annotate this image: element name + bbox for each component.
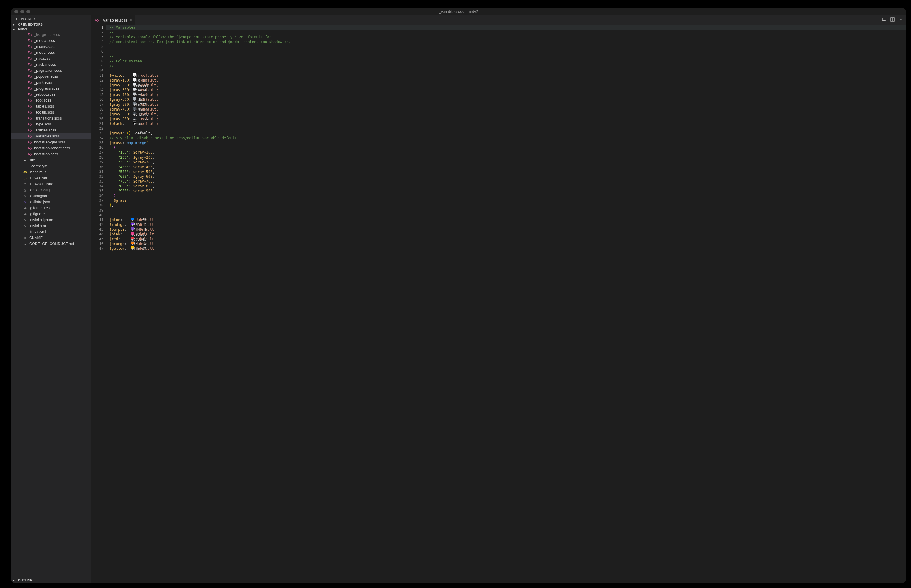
file-item[interactable]: _pagination.scss [11,68,91,73]
file-item[interactable]: _modal.scss [11,50,91,56]
code-line[interactable]: $grays: () !default; [107,131,405,136]
code-line[interactable]: $red: #dc3545 !default; [107,237,405,241]
file-item[interactable]: _progress.scss [11,86,91,91]
file-item[interactable]: _nav.scss [11,56,91,61]
file-item[interactable]: _root.scss [11,97,91,103]
file-item[interactable]: ◎.eslintignore [11,193,91,199]
code-line[interactable]: // stylelint-disable-next-line scss/doll… [107,136,405,141]
gutter: 1234567891011121314151617181920212223242… [91,25,107,261]
code-line[interactable]: "100": $gray-100, [107,150,405,155]
file-item[interactable]: !.travis.yml [11,229,91,235]
code-line[interactable]: $grays: map-merge( [107,141,405,145]
code-line[interactable]: $gray-600: #6c757d !default; [107,102,405,107]
code-line[interactable]: // consistent naming. Ex: $nav-link-disa… [107,39,405,44]
file-item[interactable]: ◆.gitattributes [11,205,91,211]
code-line[interactable]: $indigo: #6610f2 !default; [107,222,405,227]
code-line[interactable] [107,49,405,54]
file-item[interactable]: ◎.eslintrc.json [11,199,91,205]
file-item[interactable]: ≡.browserslistrc [11,181,91,187]
file-item[interactable]: ≡CNAME [11,235,91,241]
code[interactable]: // Variables//// Variables should follow… [107,25,405,261]
close-window-icon[interactable] [15,10,18,13]
code-line[interactable]: $gray-900: #212529 !default; [107,116,405,121]
file-item[interactable]: ▽.stylelintignore [11,217,91,223]
file-item[interactable]: _navbar.scss [11,61,91,68]
code-line[interactable]: ), [107,193,405,198]
file-item[interactable]: _type.scss [11,121,91,127]
file-item[interactable]: ▽.stylelintrc [11,223,91,229]
file-item[interactable]: !_config.yml [11,163,91,169]
code-line[interactable]: $gray-100: #f8f9fa !default; [107,78,405,83]
file-item[interactable]: ◎.editorconfig [11,187,91,193]
code-line[interactable] [107,213,405,218]
file-item[interactable]: _tables.scss [11,103,91,109]
code-line[interactable]: "800": $gray-800, [107,184,405,189]
code-line[interactable]: "300": $gray-300, [107,160,405,165]
tab-label: _variables.scss [101,18,128,23]
close-icon[interactable]: × [129,18,132,23]
code-line[interactable]: $white: #fff !default; [107,73,405,78]
file-item[interactable]: ★CODE_OF_CONDUCT.md [11,241,91,247]
section-project[interactable]: ▾ MDV2 [11,27,91,32]
file-item[interactable]: bootstrap.scss [11,151,91,157]
file-item[interactable]: bootstrap-grid.scss [11,139,91,145]
code-line[interactable] [107,44,405,49]
code-line[interactable]: ); [107,203,405,208]
minimize-window-icon[interactable] [20,10,24,13]
code-line[interactable] [107,126,405,131]
file-item[interactable]: _popover.scss [11,73,91,79]
code-line[interactable]: "200": $gray-200, [107,155,405,160]
code-line[interactable]: ( [107,145,405,150]
file-item[interactable]: _reboot.scss [11,91,91,97]
file-item[interactable]: _transitions.scss [11,115,91,121]
code-line[interactable]: "700": $gray-700, [107,179,405,184]
code-line[interactable]: $gray-700: #495057 !default; [107,107,405,112]
code-line[interactable]: $orange: #fd7e14 !default; [107,241,405,246]
code-line[interactable]: // [107,54,405,59]
file-item[interactable]: _media.scss [11,38,91,44]
code-line[interactable]: $purple: #6f42c1 !default; [107,227,405,232]
code-line[interactable]: // Color system [107,59,405,64]
section-open-editors[interactable]: ▸ OPEN EDITORS [11,22,91,27]
code-line[interactable]: $gray-200: #e9ecef !default; [107,83,405,87]
file-item[interactable]: _mixins.scss [11,44,91,50]
file-item[interactable]: { }.bower.json [11,175,91,181]
code-line[interactable]: // Variables [107,25,405,30]
code-line[interactable]: $yellow: #ffc107 !default; [107,246,405,251]
code-line[interactable]: "400": $gray-400, [107,165,405,170]
file-item[interactable]: _variables.scss [11,133,91,139]
file-item[interactable]: ▸site [11,157,91,163]
maximize-window-icon[interactable] [26,10,30,13]
file-item[interactable]: JS.babelrc.js [11,169,91,175]
traffic-lights[interactable] [15,10,30,13]
code-line[interactable]: // [107,64,405,68]
code-line[interactable]: $gray-800: #343a40 !default; [107,112,405,116]
file-item[interactable]: _tooltip.scss [11,109,91,115]
code-line[interactable]: $black: #000 !default; [107,121,405,126]
file-item[interactable]: _utilities.scss [11,127,91,133]
code-line[interactable]: $pink: #e83e8c !default; [107,232,405,237]
code-line[interactable] [107,208,405,213]
code-line[interactable]: $grays [107,198,405,203]
svg-point-41 [29,153,31,155]
file-item[interactable]: _print.scss [11,79,91,86]
code-line[interactable] [107,68,405,73]
scss-icon [28,110,32,115]
code-line[interactable]: "600": $gray-600, [107,174,405,179]
code-line[interactable]: "900": $gray-900 [107,189,405,193]
code-area[interactable]: 1234567891011121314151617181920212223242… [91,25,405,261]
file-tree[interactable]: _list-group.scss_media.scss_mixins.scss_… [11,32,91,261]
file-label: _progress.scss [34,86,59,90]
code-line[interactable]: // Variables should follow the `$compone… [107,35,405,39]
code-line[interactable]: "500": $gray-500, [107,170,405,174]
file-item[interactable]: ◆.gitignore [11,211,91,217]
file-item[interactable]: _list-group.scss [11,32,91,38]
file-item[interactable]: bootstrap-reboot.scss [11,145,91,151]
code-line[interactable]: $gray-500: #adb5bd !default; [107,97,405,102]
tab-variables-scss[interactable]: _variables.scss × [91,15,135,25]
titlebar[interactable]: _variables.scss — mdv2 [11,8,405,15]
code-line[interactable]: $blue: #007bff !default; [107,218,405,222]
code-line[interactable]: // [107,30,405,35]
code-line[interactable]: $gray-300: #dee2e6 !default; [107,87,405,92]
code-line[interactable]: $gray-400: #ced4da !default; [107,92,405,97]
